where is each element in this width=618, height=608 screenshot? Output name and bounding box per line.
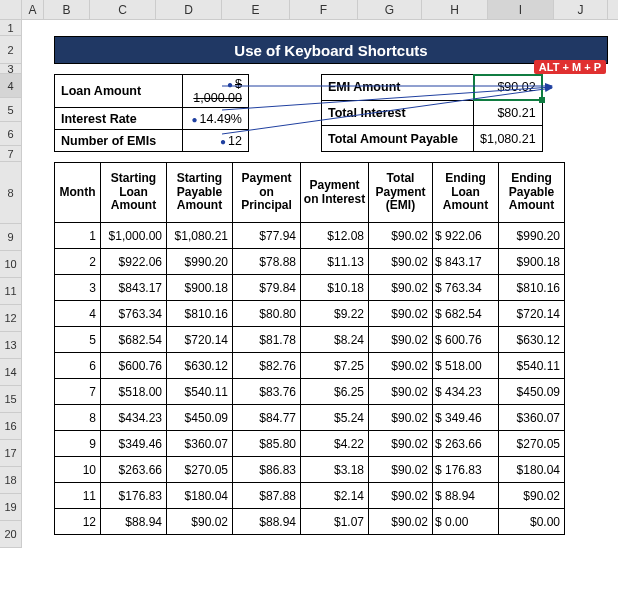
cell[interactable]: $450.09: [499, 379, 565, 405]
cell[interactable]: $90.02: [167, 509, 233, 535]
cell[interactable]: $900.18: [167, 275, 233, 301]
cell[interactable]: $90.02: [369, 405, 433, 431]
cell[interactable]: $600.76: [101, 353, 167, 379]
cell[interactable]: $82.76: [233, 353, 301, 379]
cell[interactable]: $9.22: [301, 301, 369, 327]
cell[interactable]: $ 88.94: [433, 483, 499, 509]
cell[interactable]: $720.14: [499, 301, 565, 327]
cell[interactable]: $90.02: [369, 327, 433, 353]
cell[interactable]: $176.83: [101, 483, 167, 509]
cell[interactable]: $85.80: [233, 431, 301, 457]
row-header-5[interactable]: 5: [0, 98, 22, 122]
total-interest-cell[interactable]: $80.21: [474, 100, 543, 126]
col-header-C[interactable]: C: [90, 0, 156, 19]
cell[interactable]: 7: [55, 379, 101, 405]
cell[interactable]: $81.78: [233, 327, 301, 353]
cell[interactable]: $1,080.21: [167, 223, 233, 249]
cell[interactable]: $0.00: [499, 509, 565, 535]
row-header-14[interactable]: 14: [0, 359, 22, 386]
cell[interactable]: $78.88: [233, 249, 301, 275]
cell[interactable]: $4.22: [301, 431, 369, 457]
cell[interactable]: $ 0.00: [433, 509, 499, 535]
table-row[interactable]: 7$518.00$540.11$83.76$6.25$90.02$ 434.23…: [55, 379, 565, 405]
cell[interactable]: $450.09: [167, 405, 233, 431]
col-header-A[interactable]: A: [22, 0, 44, 19]
cell[interactable]: $540.11: [499, 353, 565, 379]
table-row[interactable]: 9$349.46$360.07$85.80$4.22$90.02$ 263.66…: [55, 431, 565, 457]
cell[interactable]: $682.54: [101, 327, 167, 353]
cell[interactable]: $90.02: [499, 483, 565, 509]
cell[interactable]: $11.13: [301, 249, 369, 275]
cell[interactable]: $90.02: [369, 353, 433, 379]
col-header-B[interactable]: B: [44, 0, 90, 19]
cell[interactable]: 12: [55, 509, 101, 535]
cell[interactable]: $263.66: [101, 457, 167, 483]
cell[interactable]: 1: [55, 223, 101, 249]
cell[interactable]: $90.02: [369, 457, 433, 483]
cell[interactable]: $90.02: [369, 301, 433, 327]
cell[interactable]: $763.34: [101, 301, 167, 327]
row-header-3[interactable]: 3: [0, 64, 22, 74]
total-payable-cell[interactable]: $1,080.21: [474, 126, 543, 152]
cell[interactable]: $ 600.76: [433, 327, 499, 353]
interest-rate-cell[interactable]: ●14.49%: [183, 108, 249, 130]
row-header-9[interactable]: 9: [0, 224, 22, 251]
cell[interactable]: $5.24: [301, 405, 369, 431]
cell[interactable]: $810.16: [499, 275, 565, 301]
cell[interactable]: 2: [55, 249, 101, 275]
col-header-J[interactable]: J: [554, 0, 608, 19]
worksheet-area[interactable]: Use of Keyboard Shortcuts ALT + M + P Lo…: [22, 20, 618, 548]
cell[interactable]: $90.02: [369, 379, 433, 405]
cell[interactable]: 4: [55, 301, 101, 327]
table-row[interactable]: 1$1,000.00$1,080.21$77.94$12.08$90.02$ 9…: [55, 223, 565, 249]
cell[interactable]: $84.77: [233, 405, 301, 431]
cell[interactable]: $87.88: [233, 483, 301, 509]
row-header-11[interactable]: 11: [0, 278, 22, 305]
cell[interactable]: $990.20: [499, 223, 565, 249]
table-row[interactable]: 6$600.76$630.12$82.76$7.25$90.02$ 518.00…: [55, 353, 565, 379]
cell[interactable]: $630.12: [499, 327, 565, 353]
cell[interactable]: $10.18: [301, 275, 369, 301]
cell[interactable]: $270.05: [167, 457, 233, 483]
cell[interactable]: $1,000.00: [101, 223, 167, 249]
cell[interactable]: $80.80: [233, 301, 301, 327]
cell[interactable]: $360.07: [167, 431, 233, 457]
col-header-G[interactable]: G: [358, 0, 422, 19]
cell[interactable]: $ 176.83: [433, 457, 499, 483]
cell[interactable]: $349.46: [101, 431, 167, 457]
col-header-D[interactable]: D: [156, 0, 222, 19]
cell[interactable]: $720.14: [167, 327, 233, 353]
row-header-2[interactable]: 2: [0, 36, 22, 64]
cell[interactable]: $270.05: [499, 431, 565, 457]
cell[interactable]: $6.25: [301, 379, 369, 405]
row-header-20[interactable]: 20: [0, 521, 22, 548]
cell[interactable]: 9: [55, 431, 101, 457]
cell[interactable]: $518.00: [101, 379, 167, 405]
row-header-17[interactable]: 17: [0, 440, 22, 467]
row-header-7[interactable]: 7: [0, 146, 22, 162]
cell[interactable]: $90.02: [369, 431, 433, 457]
cell[interactable]: $8.24: [301, 327, 369, 353]
table-row[interactable]: 12$88.94$90.02$88.94$1.07$90.02$ 0.00$0.…: [55, 509, 565, 535]
cell[interactable]: $90.02: [369, 509, 433, 535]
cell[interactable]: 5: [55, 327, 101, 353]
cell[interactable]: $79.84: [233, 275, 301, 301]
cell[interactable]: $90.02: [369, 223, 433, 249]
row-header-16[interactable]: 16: [0, 413, 22, 440]
cell[interactable]: 3: [55, 275, 101, 301]
table-row[interactable]: 4$763.34$810.16$80.80$9.22$90.02$ 682.54…: [55, 301, 565, 327]
cell[interactable]: 8: [55, 405, 101, 431]
cell[interactable]: $88.94: [101, 509, 167, 535]
cell[interactable]: $360.07: [499, 405, 565, 431]
row-header-19[interactable]: 19: [0, 494, 22, 521]
table-row[interactable]: 3$843.17$900.18$79.84$10.18$90.02$ 763.3…: [55, 275, 565, 301]
col-header-F[interactable]: F: [290, 0, 358, 19]
cell[interactable]: $ 349.46: [433, 405, 499, 431]
col-header-E[interactable]: E: [222, 0, 290, 19]
cell[interactable]: $90.02: [369, 275, 433, 301]
cell[interactable]: 6: [55, 353, 101, 379]
cell[interactable]: $ 843.17: [433, 249, 499, 275]
cell[interactable]: $900.18: [499, 249, 565, 275]
cell[interactable]: $434.23: [101, 405, 167, 431]
table-row[interactable]: 8$434.23$450.09$84.77$5.24$90.02$ 349.46…: [55, 405, 565, 431]
